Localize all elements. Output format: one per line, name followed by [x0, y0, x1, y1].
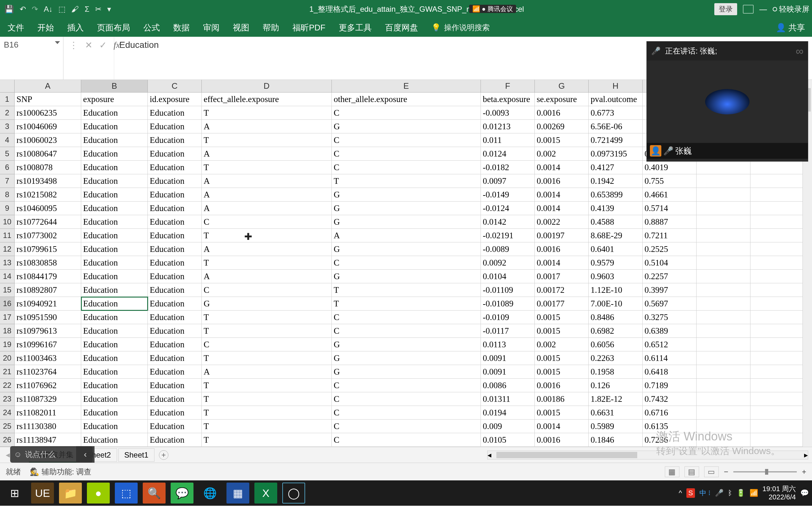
cell[interactable]: Education	[148, 338, 202, 351]
col-header-F[interactable]: F	[481, 80, 535, 92]
row-header[interactable]: 1	[0, 93, 14, 106]
cell[interactable]: Education	[148, 311, 202, 324]
cell[interactable]: 0.0973195	[589, 147, 643, 161]
row-header[interactable]: 21	[0, 365, 14, 379]
cell[interactable]	[751, 392, 804, 406]
cell[interactable]: 0.6631	[589, 406, 643, 419]
cell[interactable]: A	[202, 365, 332, 379]
cell[interactable]: Education	[148, 297, 202, 311]
cell[interactable]: rs10215082	[14, 188, 81, 202]
cell[interactable]: C	[332, 379, 481, 392]
cell[interactable]: Education	[81, 133, 148, 147]
app-icon[interactable]: UE	[31, 483, 54, 504]
cell[interactable]: Education	[81, 283, 148, 297]
cell[interactable]	[751, 256, 804, 270]
cell[interactable]: 0.3275	[643, 311, 697, 324]
tab-view[interactable]: 视图	[233, 22, 249, 33]
cell[interactable]: 0.6114	[643, 351, 697, 365]
cell[interactable]: rs11076962	[14, 379, 81, 392]
select-all-corner[interactable]	[0, 80, 14, 92]
cell[interactable]: G	[332, 188, 481, 202]
cell[interactable]: 0.00197	[535, 229, 589, 242]
cell[interactable]: -0.02191	[481, 229, 535, 242]
tab-help[interactable]: 帮助	[263, 22, 279, 33]
cell[interactable]	[697, 324, 751, 338]
minimize-icon[interactable]: —	[759, 5, 767, 14]
cell[interactable]	[697, 174, 751, 188]
cell[interactable]: 0.8486	[589, 311, 643, 324]
cell[interactable]: id.exposure	[148, 93, 202, 106]
cell[interactable]: 0.0113	[481, 338, 535, 351]
cell[interactable]: rs10772644	[14, 215, 81, 229]
save-icon[interactable]: 💾	[4, 5, 14, 14]
row-header[interactable]: 25	[0, 419, 14, 433]
cell[interactable]: 0.0015	[535, 133, 589, 147]
cell[interactable]: -0.01109	[481, 283, 535, 297]
row-header[interactable]: 22	[0, 379, 14, 392]
cell[interactable]: G	[332, 242, 481, 256]
view-page-icon[interactable]: ▤	[684, 466, 699, 477]
row-header[interactable]: 26	[0, 433, 14, 447]
cell[interactable]: C	[332, 161, 481, 174]
cell[interactable]: G	[332, 338, 481, 351]
cell[interactable]: 0.0014	[535, 256, 589, 270]
row-header[interactable]: 11	[0, 229, 14, 242]
cell[interactable]	[697, 270, 751, 283]
cell[interactable]: 0.721499	[589, 133, 643, 147]
cell[interactable]: Education	[81, 351, 148, 365]
cell[interactable]: G	[332, 120, 481, 133]
cell[interactable]: 0.5104	[643, 256, 697, 270]
cell[interactable]: 0.0016	[535, 106, 589, 120]
cell[interactable]	[751, 324, 804, 338]
col-header-A[interactable]: A	[14, 80, 81, 92]
row-header[interactable]: 12	[0, 242, 14, 256]
cell[interactable]: 0.0015	[535, 311, 589, 324]
app-icon[interactable]: ▦	[226, 483, 249, 504]
cell[interactable]	[751, 351, 804, 365]
cell[interactable]: 0.00269	[535, 120, 589, 133]
cell[interactable]: Education	[81, 147, 148, 161]
tray-chevron-icon[interactable]: ^	[679, 489, 682, 497]
cell[interactable]: 0.0015	[535, 365, 589, 379]
cell[interactable]: 0.1942	[589, 174, 643, 188]
cell[interactable]: 0.6401	[589, 242, 643, 256]
tencent-meeting-overlay[interactable]: 🎤 正在讲话: 张巍; ∞ 👤 🎤 张巍	[647, 41, 808, 162]
cell[interactable]: Education	[148, 202, 202, 215]
row-header[interactable]: 17	[0, 311, 14, 324]
undo-icon[interactable]: ↶	[20, 5, 26, 14]
cell[interactable]: 0.0092	[481, 256, 535, 270]
cell[interactable]	[751, 433, 804, 447]
filter-icon[interactable]: ⬚	[58, 5, 66, 14]
cell[interactable]	[697, 283, 751, 297]
more-icon[interactable]: ▾	[107, 5, 111, 14]
cell[interactable]	[697, 433, 751, 447]
cell[interactable]: 0.0022	[535, 215, 589, 229]
cell[interactable]: Education	[81, 379, 148, 392]
cell[interactable]: Education	[81, 215, 148, 229]
cell[interactable]: G	[332, 215, 481, 229]
row-header[interactable]: 23	[0, 392, 14, 406]
cell[interactable]	[697, 379, 751, 392]
cell[interactable]: beta.exposure	[481, 93, 535, 106]
cell[interactable]: Education	[148, 229, 202, 242]
cell[interactable]: 0.4127	[589, 161, 643, 174]
cell[interactable]: 0.7236	[643, 433, 697, 447]
cell[interactable]: 0.0142	[481, 215, 535, 229]
cell[interactable]: 0.0015	[535, 324, 589, 338]
cell[interactable]: rs10080647	[14, 147, 81, 161]
cell[interactable]: 0.1958	[589, 365, 643, 379]
col-header-D[interactable]: D	[202, 80, 332, 92]
view-normal-icon[interactable]: ▦	[665, 466, 679, 477]
cell[interactable]: 0.4019	[643, 161, 697, 174]
cell[interactable]: -0.0089	[481, 242, 535, 256]
zoom-slider[interactable]	[733, 471, 797, 472]
cell[interactable]: 8.68E-29	[589, 229, 643, 242]
col-header-G[interactable]: G	[535, 80, 589, 92]
cell[interactable]	[697, 311, 751, 324]
cell[interactable]: 0.6773	[589, 106, 643, 120]
cell[interactable]: 0.9603	[589, 270, 643, 283]
row-header[interactable]: 24	[0, 406, 14, 419]
cell[interactable]: rs10773002	[14, 229, 81, 242]
cell[interactable]: Education	[81, 256, 148, 270]
cell[interactable]: Education	[81, 174, 148, 188]
